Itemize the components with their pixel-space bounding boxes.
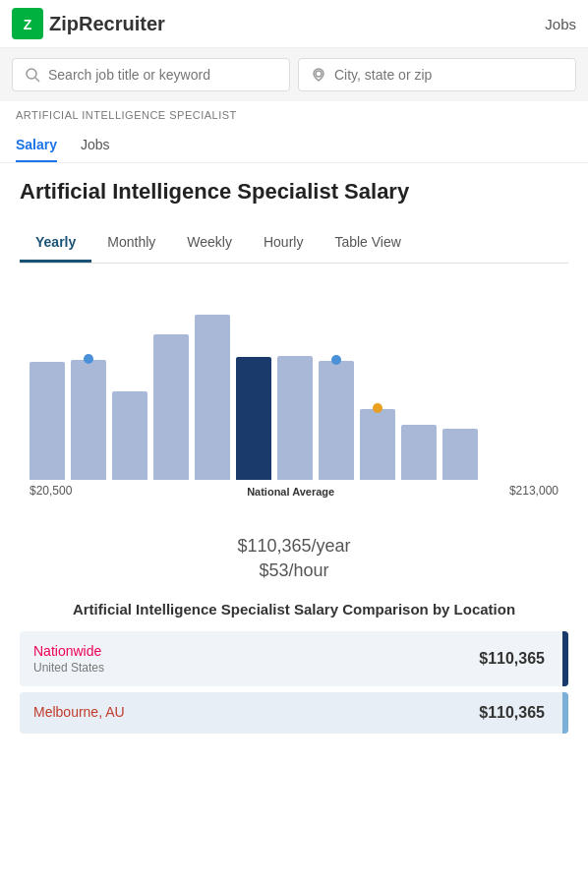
location-search-input[interactable] <box>334 67 563 83</box>
chart-bar-0 <box>29 362 65 480</box>
bar-segment-9 <box>401 425 437 480</box>
comparison-value-nationwide: $110,365 <box>479 650 545 668</box>
bar-segment-1 <box>71 360 106 480</box>
svg-point-2 <box>27 69 36 79</box>
sub-nav-salary[interactable]: Salary <box>16 129 57 162</box>
sub-nav: Salary Jobs <box>0 129 588 163</box>
jobs-link[interactable]: Jobs <box>545 16 576 32</box>
chart-bar-3 <box>153 334 189 480</box>
salary-per-hour: /hour <box>289 560 329 580</box>
comparison-value-melbourne: $110,365 <box>479 704 545 722</box>
bar-segment-10 <box>442 429 478 480</box>
comparison-info-melbourne: Melbourne, AU <box>33 704 479 722</box>
blue-dot-1 <box>84 354 93 364</box>
page-title: Artificial Intelligence Specialist Salar… <box>20 179 568 205</box>
svg-text:Z: Z <box>24 17 32 32</box>
bar-segment-8 <box>360 409 395 480</box>
chart-bar-5 <box>236 357 271 480</box>
tab-monthly[interactable]: Monthly <box>91 224 171 263</box>
location-search-wrap <box>298 58 576 91</box>
salary-amount: $110,365 <box>237 536 311 556</box>
sub-nav-jobs[interactable]: Jobs <box>81 129 110 162</box>
chart-bar-6 <box>277 356 313 480</box>
job-search-wrap <box>12 58 290 91</box>
chart-bar-1 <box>71 360 106 480</box>
bar-segment-3 <box>153 334 189 480</box>
job-search-input[interactable] <box>48 67 277 83</box>
tab-table-view[interactable]: Table View <box>319 224 416 263</box>
salary-hourly-amount: $53 <box>259 560 288 580</box>
bar-segment-2 <box>112 391 147 480</box>
comparison-name-nationwide: Nationwide <box>33 643 479 659</box>
comparison-section: Artificial Intelligence Specialist Salar… <box>20 601 568 734</box>
svg-line-3 <box>35 78 39 82</box>
ziprecruiter-logo-icon: Z <box>12 8 43 39</box>
chart-bar-4 <box>195 315 230 480</box>
logo-text: ZipRecruiter <box>49 13 165 35</box>
chart-label-min: $20,500 <box>29 484 72 498</box>
chart-axis-labels: $20,500 National Average $213,000 <box>20 480 568 498</box>
chart-national-label: National Average <box>247 486 334 498</box>
search-icon <box>25 67 40 83</box>
bar-segment-7 <box>319 361 354 480</box>
orange-dot-8 <box>373 403 382 413</box>
blue-dot-7 <box>331 355 341 365</box>
salary-per-year: /year <box>312 536 351 556</box>
bar-segment-0 <box>29 362 65 480</box>
comparison-title: Artificial Intelligence Specialist Salar… <box>20 601 568 618</box>
bar-segment-4 <box>195 315 230 480</box>
breadcrumb: ARTIFICIAL INTELLIGENCE SPECIALIST <box>0 101 588 129</box>
comparison-bar-nationwide <box>562 631 568 686</box>
bar-segment-5 <box>236 357 271 480</box>
comparison-row-nationwide: Nationwide United States $110,365 <box>20 631 568 686</box>
salary-display: $110,365/year $53/hour <box>20 519 568 581</box>
chart-bar-10 <box>442 429 478 480</box>
chart-bar-8 <box>360 409 395 480</box>
bar-segment-6 <box>277 356 313 480</box>
comparison-info-nationwide: Nationwide United States <box>33 643 479 675</box>
search-bar <box>0 48 588 101</box>
location-icon <box>311 67 326 83</box>
comparison-sub-nationwide: United States <box>33 661 479 675</box>
tab-yearly[interactable]: Yearly <box>20 224 91 263</box>
chart-bar-9 <box>401 425 437 480</box>
comparison-name-melbourne: Melbourne, AU <box>33 704 479 720</box>
chart-label-max: $213,000 <box>509 484 559 498</box>
tab-weekly[interactable]: Weekly <box>171 224 248 263</box>
comparison-bar-melbourne <box>562 692 568 734</box>
logo: Z ZipRecruiter <box>12 8 165 39</box>
comparison-row-melbourne: Melbourne, AU $110,365 <box>20 692 568 734</box>
salary-chart: $20,500 National Average $213,000 <box>20 283 568 509</box>
salary-tabs: Yearly Monthly Weekly Hourly Table View <box>20 224 568 264</box>
chart-bars <box>20 283 568 480</box>
chart-bar-2 <box>112 391 147 480</box>
svg-point-4 <box>316 71 322 77</box>
tab-hourly[interactable]: Hourly <box>248 224 319 263</box>
salary-main-value: $110,365/year <box>20 519 568 560</box>
salary-hourly: $53/hour <box>20 560 568 581</box>
main-content: Artificial Intelligence Specialist Salar… <box>0 163 588 751</box>
chart-bar-7 <box>319 361 354 480</box>
header: Z ZipRecruiter Jobs <box>0 0 588 48</box>
